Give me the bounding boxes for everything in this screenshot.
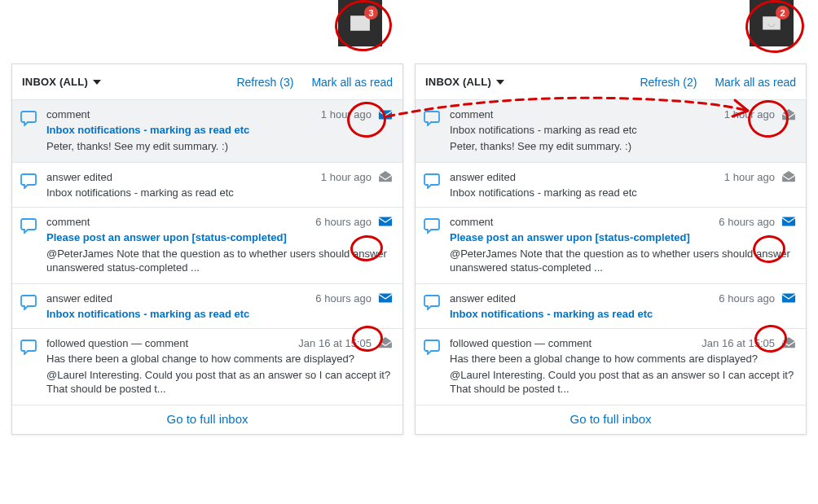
inbox-item[interactable]: comment1 hour agoInbox notifications - m… xyxy=(416,100,806,163)
refresh-link[interactable]: Refresh (3) xyxy=(236,76,293,89)
inbox-popover: INBOX (ALL) Refresh (2) Mark all as read… xyxy=(415,64,807,435)
inbox-item-body: followed question — commentJan 16 at 15:… xyxy=(450,337,796,397)
inbox-item-title[interactable]: Inbox notifications - marking as read et… xyxy=(450,308,796,320)
speech-bubble-icon xyxy=(424,217,440,234)
inbox-item-type: comment xyxy=(46,216,90,228)
envelope-read-icon[interactable] xyxy=(378,171,393,182)
chevron-down-icon xyxy=(496,80,504,85)
inbox-item-title[interactable]: Please post an answer upon [status-compl… xyxy=(450,231,796,243)
envelope-unread-icon[interactable] xyxy=(781,216,796,227)
inbox-item-list: comment1 hour agoInbox notifications - m… xyxy=(12,100,402,405)
inbox-item-type: followed question — comment xyxy=(450,337,592,349)
inbox-item-title[interactable]: Has there been a global change to how co… xyxy=(46,353,393,365)
inbox-item-time: Jan 16 at 15:05 xyxy=(298,337,372,349)
inbox-item-body: answer edited6 hours agoInbox notificati… xyxy=(450,292,796,320)
inbox-item-title[interactable]: Inbox notifications - marking as read et… xyxy=(46,186,393,199)
envelope-unread-icon[interactable] xyxy=(378,216,393,227)
inbox-item-type: answer edited xyxy=(450,292,516,305)
inbox-item-body: comment6 hours agoPlease post an answer … xyxy=(46,216,393,275)
svg-rect-2 xyxy=(379,294,392,303)
inbox-item-title[interactable]: Inbox notifications - marking as read et… xyxy=(46,124,393,136)
envelope-unread-icon[interactable] xyxy=(781,292,796,304)
inbox-item-title[interactable]: Inbox notifications - marking as read et… xyxy=(46,308,393,320)
inbox-footer: Go to full inbox xyxy=(12,405,402,434)
mark-all-read-link[interactable]: Mark all as read xyxy=(311,76,393,89)
inbox-item-body: comment1 hour agoInbox notifications - m… xyxy=(450,108,796,154)
inbox-header: INBOX (ALL) Refresh (3) Mark all as read xyxy=(12,64,402,100)
inbox-item[interactable]: answer edited1 hour agoInbox notificatio… xyxy=(12,163,402,208)
inbox-tab-selector[interactable]: INBOX (ALL) xyxy=(425,76,504,88)
inbox-header: INBOX (ALL) Refresh (2) Mark all as read xyxy=(416,64,806,100)
speech-bubble-icon xyxy=(20,110,37,126)
inbox-item-body: comment6 hours agoPlease post an answer … xyxy=(450,216,796,275)
speech-bubble-icon xyxy=(424,173,440,189)
chevron-down-icon xyxy=(93,80,101,85)
inbox-item-time: 6 hours ago xyxy=(315,216,372,228)
inbox-item-type: answer edited xyxy=(450,171,516,183)
inbox-item-time: 6 hours ago xyxy=(719,292,775,305)
inbox-item-type: comment xyxy=(450,108,493,121)
envelope-read-icon[interactable] xyxy=(781,171,796,182)
inbox-item-time: 1 hour ago xyxy=(724,108,775,121)
inbox-item[interactable]: answer edited1 hour agoInbox notificatio… xyxy=(416,163,806,208)
inbox-tab-label: INBOX (ALL) xyxy=(22,76,88,88)
inbox-item-type: comment xyxy=(450,216,493,228)
inbox-item-title[interactable]: Has there been a global change to how co… xyxy=(450,353,796,365)
inbox-item-title[interactable]: Inbox notifications - marking as read et… xyxy=(450,186,796,199)
inbox-item[interactable]: followed question — commentJan 16 at 15:… xyxy=(12,329,402,405)
inbox-item-type: answer edited xyxy=(46,171,112,183)
inbox-item-type: followed question — comment xyxy=(46,337,188,349)
inbox-item[interactable]: followed question — commentJan 16 at 15:… xyxy=(416,329,806,405)
speech-bubble-icon xyxy=(424,110,440,126)
refresh-link[interactable]: Refresh (2) xyxy=(640,76,697,89)
envelope-read-icon[interactable] xyxy=(781,337,796,348)
inbox-item-time: 6 hours ago xyxy=(315,292,372,305)
envelope-read-icon[interactable] xyxy=(378,337,393,348)
svg-rect-0 xyxy=(379,110,392,119)
svg-rect-1 xyxy=(379,217,392,226)
inbox-item-excerpt: @Laurel Interesting. Could you post that… xyxy=(450,368,796,397)
topbar-inbox-tab[interactable]: 2 xyxy=(750,0,794,46)
inbox-item-body: answer edited6 hours agoInbox notificati… xyxy=(46,292,393,320)
inbox-item[interactable]: comment6 hours agoPlease post an answer … xyxy=(416,208,806,284)
inbox-item-body: comment1 hour agoInbox notifications - m… xyxy=(46,108,393,154)
inbox-footer: Go to full inbox xyxy=(416,405,806,434)
speech-bubble-icon xyxy=(20,173,37,189)
inbox-item[interactable]: answer edited6 hours agoInbox notificati… xyxy=(12,284,402,329)
topbar-inbox-tab[interactable]: 3 xyxy=(338,0,382,46)
envelope-read-icon[interactable] xyxy=(781,109,796,121)
inbox-item-excerpt: Peter, thanks! See my edit summary. :) xyxy=(46,139,393,154)
envelope-unread-icon[interactable] xyxy=(378,292,393,304)
inbox-item-excerpt: @PeterJames Note that the question as to… xyxy=(450,247,796,275)
speech-bubble-icon xyxy=(20,217,37,234)
svg-rect-4 xyxy=(782,294,795,303)
inbox-item-time: Jan 16 at 15:05 xyxy=(701,337,775,349)
go-to-full-inbox-link[interactable]: Go to full inbox xyxy=(166,412,248,426)
inbox-item-type: comment xyxy=(46,108,90,121)
speech-bubble-icon xyxy=(424,294,440,310)
inbox-unread-badge: 2 xyxy=(776,6,789,20)
inbox-item-title[interactable]: Inbox notifications - marking as read et… xyxy=(450,124,796,136)
inbox-item[interactable]: answer edited6 hours agoInbox notificati… xyxy=(416,284,806,329)
mark-all-read-link[interactable]: Mark all as read xyxy=(715,76,796,89)
inbox-item-title[interactable]: Please post an answer upon [status-compl… xyxy=(46,231,393,243)
inbox-item-excerpt: Peter, thanks! See my edit summary. :) xyxy=(450,139,796,154)
inbox-item[interactable]: comment6 hours agoPlease post an answer … xyxy=(12,208,402,284)
inbox-item-time: 1 hour ago xyxy=(321,108,372,121)
inbox-item-type: answer edited xyxy=(46,292,112,305)
inbox-item-body: answer edited1 hour agoInbox notificatio… xyxy=(46,171,393,199)
speech-bubble-icon xyxy=(20,294,37,310)
inbox-unread-badge: 3 xyxy=(364,6,378,20)
speech-bubble-icon xyxy=(20,339,37,355)
speech-bubble-icon xyxy=(424,339,440,355)
go-to-full-inbox-link[interactable]: Go to full inbox xyxy=(570,412,651,426)
inbox-item-time: 1 hour ago xyxy=(724,171,775,183)
inbox-item[interactable]: comment1 hour agoInbox notifications - m… xyxy=(12,100,402,163)
inbox-item-excerpt: @PeterJames Note that the question as to… xyxy=(46,247,393,275)
inbox-item-excerpt: @Laurel Interesting. Could you post that… xyxy=(46,368,393,397)
inbox-tab-selector[interactable]: INBOX (ALL) xyxy=(22,76,101,88)
inbox-item-time: 1 hour ago xyxy=(321,171,372,183)
envelope-unread-icon[interactable] xyxy=(378,109,393,121)
inbox-item-list: comment1 hour agoInbox notifications - m… xyxy=(416,100,806,405)
inbox-item-time: 6 hours ago xyxy=(719,216,775,228)
